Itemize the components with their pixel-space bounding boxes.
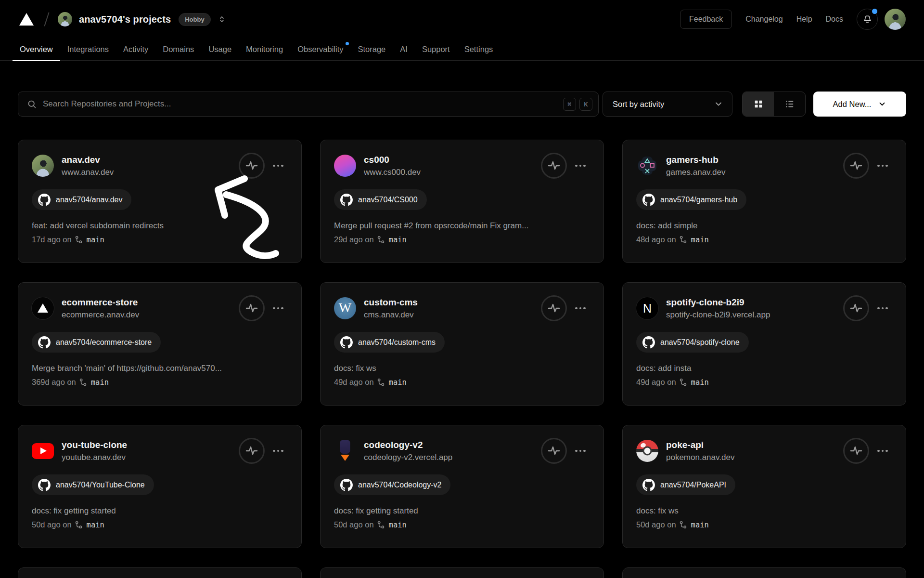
card-menu-button[interactable]	[571, 441, 590, 460]
activity-pulse-button[interactable]	[541, 438, 567, 464]
card-menu-button[interactable]	[873, 441, 892, 460]
notifications-button[interactable]	[857, 9, 878, 30]
git-branch-icon	[75, 236, 83, 244]
add-new-label: Add New...	[833, 100, 872, 109]
project-domain-link[interactable]: codeology-v2.vercel.app	[364, 453, 452, 462]
tab-usage[interactable]: Usage	[201, 39, 239, 61]
activity-pulse-button[interactable]	[843, 438, 869, 464]
project-card[interactable]: codeology-v2 codeology-v2.vercel.app ana…	[320, 425, 604, 548]
add-new-button[interactable]: Add New...	[813, 92, 906, 117]
search-box[interactable]: ⌘ K	[18, 92, 599, 117]
tab-overview[interactable]: Overview	[13, 39, 60, 61]
github-repo-pill[interactable]: anav5704/CS000	[334, 189, 427, 210]
tab-observability[interactable]: Observability	[290, 39, 350, 61]
card-header: anav.dev www.anav.dev	[32, 153, 288, 179]
list-view-button[interactable]	[774, 92, 805, 116]
commit-message: Merge pull request #2 from opsrcode/main…	[334, 221, 590, 231]
github-icon	[38, 479, 51, 491]
card-menu-button[interactable]	[873, 156, 892, 175]
card-menu-button[interactable]	[571, 299, 590, 318]
tab-activity[interactable]: Activity	[116, 39, 155, 61]
github-repo-pill[interactable]: anav5704/ecommerce-store	[32, 332, 161, 353]
project-domain-link[interactable]: cms.anav.dev	[364, 310, 418, 320]
card-header: W custom-cms cms.anav.dev	[334, 295, 590, 321]
project-domain-link[interactable]: ecommerce.anav.dev	[62, 310, 139, 320]
tab-settings[interactable]: Settings	[457, 39, 500, 61]
pulse-icon	[244, 301, 259, 315]
activity-pulse-button[interactable]	[541, 153, 567, 179]
project-card[interactable]: you-tube-clone youtube.anav.dev anav5704…	[18, 425, 302, 548]
tab-ai[interactable]: AI	[393, 39, 415, 61]
activity-pulse-button[interactable]	[239, 153, 265, 179]
team-avatar[interactable]	[58, 12, 72, 26]
project-domain-link[interactable]: www.cs000.dev	[364, 168, 421, 177]
branch-name: main	[691, 236, 709, 244]
project-card[interactable]: anav.dev www.anav.dev anav5704/anav.dev …	[18, 140, 302, 263]
repo-name: anav5704/YouTube-Clone	[56, 481, 145, 489]
github-repo-pill[interactable]: anav5704/spotify-clone	[636, 332, 749, 353]
repo-name: anav5704/anav.dev	[56, 196, 122, 204]
project-card[interactable]: cs000 www.cs000.dev anav5704/CS000 Merge…	[320, 140, 604, 263]
header-link-changelog[interactable]: Changelog	[745, 15, 783, 23]
project-domain-link[interactable]: youtube.anav.dev	[62, 453, 127, 462]
card-menu-button[interactable]	[873, 299, 892, 318]
commit-time: 50d ago on	[32, 520, 72, 529]
project-domain-link[interactable]: spotify-clone-b2i9.vercel.app	[666, 310, 770, 320]
pulse-icon	[244, 158, 259, 173]
grid-view-button[interactable]	[743, 92, 774, 116]
activity-pulse-button[interactable]	[239, 438, 265, 464]
pulse-icon	[547, 301, 561, 315]
project-domain-link[interactable]: www.anav.dev	[62, 168, 114, 177]
header-link-docs[interactable]: Docs	[826, 15, 843, 23]
toolbar: ⌘ K Sort by activity Add New...	[18, 92, 906, 117]
activity-pulse-button[interactable]	[843, 153, 869, 179]
activity-pulse-button[interactable]	[541, 295, 567, 321]
tab-domains[interactable]: Domains	[155, 39, 201, 61]
tab-integrations[interactable]: Integrations	[60, 39, 116, 61]
github-repo-pill[interactable]: anav5704/anav.dev	[32, 189, 131, 210]
commit-message: docs: add insta	[636, 364, 892, 373]
project-domain-link[interactable]: games.anav.dev	[666, 168, 725, 177]
git-branch-icon	[377, 378, 385, 386]
commit-time: 17d ago on	[32, 235, 72, 244]
team-switcher-button[interactable]	[218, 15, 226, 24]
nextjs-icon: N	[636, 297, 658, 319]
search-input[interactable]	[43, 99, 560, 109]
project-card[interactable]: gamers-hub games.anav.dev anav5704/gamer…	[622, 140, 906, 263]
feedback-button[interactable]: Feedback	[680, 10, 732, 29]
branch-name: main	[691, 521, 709, 529]
header-link-help[interactable]: Help	[796, 15, 812, 23]
team-name[interactable]: anav5704's projects	[79, 14, 171, 25]
card-menu-button[interactable]	[269, 156, 288, 175]
card-menu-button[interactable]	[269, 299, 288, 318]
card-menu-button[interactable]	[269, 441, 288, 460]
sort-label: Sort by activity	[613, 100, 664, 109]
plan-badge: Hobby	[179, 13, 210, 26]
github-repo-pill[interactable]: anav5704/custom-cms	[334, 332, 445, 353]
project-card[interactable]: W custom-cms cms.anav.dev anav5704/custo…	[320, 282, 604, 406]
project-card[interactable]: poke-api pokemon.anav.dev anav5704/PokeA…	[622, 425, 906, 548]
branch-name: main	[91, 378, 109, 387]
tab-storage[interactable]: Storage	[351, 39, 393, 61]
activity-pulse-button[interactable]	[239, 295, 265, 321]
project-card-partial[interactable]	[18, 567, 302, 578]
vercel-logo-icon[interactable]	[19, 13, 34, 26]
tab-support[interactable]: Support	[415, 39, 457, 61]
project-card[interactable]: N spotify-clone-b2i9 spotify-clone-b2i9.…	[622, 282, 906, 406]
github-repo-pill[interactable]: anav5704/Codeology-v2	[334, 474, 450, 495]
github-repo-pill[interactable]: anav5704/gamers-hub	[636, 189, 746, 210]
project-card-partial[interactable]	[622, 567, 906, 578]
git-branch-icon	[679, 378, 687, 386]
project-domain-link[interactable]: pokemon.anav.dev	[666, 453, 734, 462]
user-avatar[interactable]	[885, 9, 906, 30]
commit-meta: 29d ago on main	[334, 235, 590, 244]
commit-message: docs: fix getting started	[334, 506, 590, 516]
project-card[interactable]: ecommerce-store ecommerce.anav.dev anav5…	[18, 282, 302, 406]
card-menu-button[interactable]	[571, 156, 590, 175]
sort-dropdown[interactable]: Sort by activity	[603, 92, 732, 117]
activity-pulse-button[interactable]	[843, 295, 869, 321]
project-card-partial[interactable]	[320, 567, 604, 578]
github-repo-pill[interactable]: anav5704/YouTube-Clone	[32, 474, 154, 495]
github-repo-pill[interactable]: anav5704/PokeAPI	[636, 474, 735, 495]
tab-monitoring[interactable]: Monitoring	[239, 39, 290, 61]
